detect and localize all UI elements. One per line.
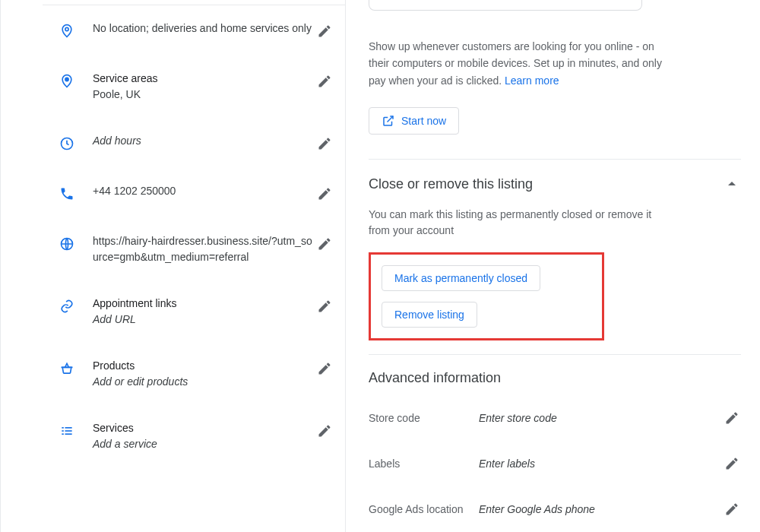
edit-labels-button[interactable] (723, 454, 741, 473)
row-store-code: Store code Enter store code (369, 395, 741, 441)
row-products: Products Add or edit products (58, 343, 334, 405)
store-code-value: Enter store code (479, 412, 723, 424)
appt-title: Appointment links (93, 296, 315, 312)
row-hours: Add hours (58, 118, 334, 168)
svg-point-0 (65, 27, 68, 30)
service-areas-title: Service areas (93, 71, 315, 87)
mark-permanently-closed-button[interactable]: Mark as permanently closed (382, 265, 540, 291)
start-now-label: Start now (401, 115, 446, 127)
location-pin-icon (58, 22, 76, 40)
edit-gads-button[interactable] (723, 500, 741, 518)
row-phone: +44 1202 250000 (58, 168, 334, 218)
basket-icon (58, 359, 76, 378)
edit-hours-button[interactable] (315, 135, 334, 153)
chevron-up-icon (723, 175, 741, 193)
edit-phone-button[interactable] (315, 185, 334, 203)
phone-icon (58, 185, 76, 203)
labels-label: Labels (369, 457, 479, 470)
row-appointment-links: Appointment links Add URL (58, 280, 334, 343)
edit-store-code-button[interactable] (723, 409, 741, 427)
edit-products-button[interactable] (315, 359, 334, 378)
close-remove-highlight-box: Mark as permanently closed Remove listin… (369, 252, 604, 340)
edit-services-button[interactable] (315, 422, 334, 440)
store-code-label: Store code (369, 411, 479, 425)
service-areas-value: Poole, UK (93, 87, 315, 103)
remove-listing-label: Remove listing (394, 309, 464, 321)
ads-description: Show up whenever customers are looking f… (369, 38, 673, 89)
appt-placeholder: Add URL (93, 312, 315, 328)
website-text: https://hairy-hairdresser.business.site/… (93, 233, 315, 265)
row-services: Services Add a service (58, 405, 334, 467)
products-title: Products (93, 358, 315, 374)
gads-value: Enter Google Ads phone (479, 503, 723, 515)
clock-icon (58, 135, 76, 153)
services-title: Services (93, 420, 315, 436)
svg-rect-4 (62, 427, 64, 429)
advanced-title: Advanced information (369, 370, 741, 386)
location-text: No location; deliveries and home service… (93, 21, 315, 36)
products-placeholder: Add or edit products (93, 374, 315, 390)
row-google-ads-location: Google Ads location Enter Google Ads pho… (369, 486, 741, 532)
start-now-button[interactable]: Start now (369, 107, 459, 135)
learn-more-link[interactable]: Learn more (505, 74, 559, 87)
service-area-icon (58, 72, 76, 90)
mark-closed-label: Mark as permanently closed (394, 272, 527, 284)
svg-point-1 (65, 78, 68, 81)
svg-rect-6 (62, 430, 64, 432)
edit-service-areas-button[interactable] (315, 72, 334, 90)
svg-rect-5 (65, 427, 72, 429)
svg-rect-7 (65, 430, 72, 432)
close-section-header[interactable]: Close or remove this listing (369, 175, 741, 193)
gads-label: Google Ads location (369, 502, 479, 516)
phone-text: +44 1202 250000 (93, 183, 315, 199)
row-location: No location; deliveries and home service… (58, 5, 334, 55)
edit-website-button[interactable] (315, 235, 334, 253)
open-in-new-icon (382, 114, 395, 128)
services-placeholder: Add a service (93, 436, 315, 452)
remove-listing-button[interactable]: Remove listing (382, 302, 477, 328)
ad-preview-card-bottom (369, 0, 642, 11)
edit-appointment-button[interactable] (315, 297, 334, 315)
list-icon (58, 422, 76, 440)
close-section-title: Close or remove this listing (369, 176, 533, 192)
divider (369, 354, 741, 355)
row-service-areas: Service areas Poole, UK (58, 55, 334, 118)
labels-value: Enter labels (479, 458, 723, 470)
close-section-description: You can mark this listing as permanently… (369, 207, 657, 239)
divider (369, 159, 741, 160)
row-website: https://hairy-hairdresser.business.site/… (58, 218, 334, 280)
hours-placeholder: Add hours (93, 133, 315, 149)
edit-location-button[interactable] (315, 22, 334, 40)
svg-rect-8 (62, 433, 64, 435)
row-labels: Labels Enter labels (369, 441, 741, 486)
svg-rect-9 (65, 433, 72, 435)
link-icon (58, 297, 76, 315)
globe-icon (58, 235, 76, 253)
